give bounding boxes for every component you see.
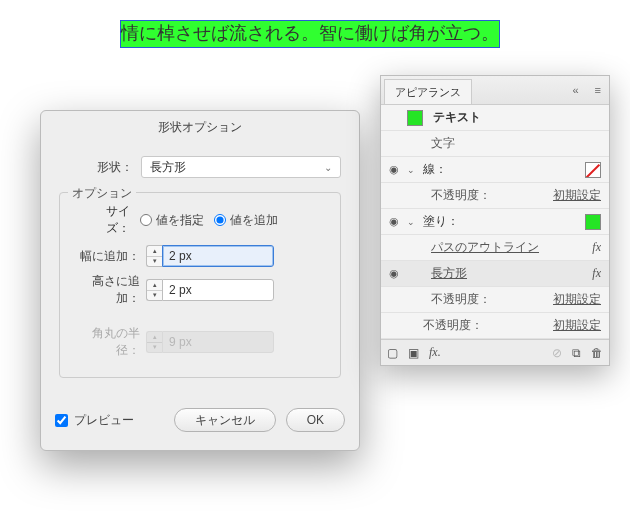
appearance-row-outline-path[interactable]: パスのアウトライン fx bbox=[381, 235, 609, 261]
opacity-label: 不透明度： bbox=[431, 292, 491, 306]
disclosure-icon[interactable]: ⌄ bbox=[407, 165, 421, 175]
chevron-down-icon: ▾ bbox=[147, 257, 162, 267]
fill-swatch-icon[interactable] bbox=[585, 214, 601, 230]
appearance-panel: アピアランス « ≡ テキスト 文字 ◉ ⌄ 線： 不透明度： 初期設定 bbox=[380, 75, 610, 366]
chevron-down-icon: ⌄ bbox=[324, 162, 332, 173]
clear-appearance-icon[interactable]: ⊘ bbox=[552, 346, 562, 360]
shape-select-value: 長方形 bbox=[150, 159, 186, 176]
chevron-up-icon: ▴ bbox=[147, 246, 162, 257]
appearance-row-object-opacity[interactable]: 不透明度： 初期設定 bbox=[381, 313, 609, 339]
add-stroke-icon[interactable]: ▢ bbox=[387, 346, 398, 360]
no-stroke-swatch-icon[interactable] bbox=[585, 162, 601, 178]
appearance-row-rectangle[interactable]: ◉ 長方形 fx bbox=[381, 261, 609, 287]
options-legend: オプション bbox=[68, 185, 136, 202]
height-add-label: 高さに追加： bbox=[72, 273, 146, 307]
width-add-input[interactable]: 2 px bbox=[162, 245, 274, 267]
opacity-value-link[interactable]: 初期設定 bbox=[553, 187, 601, 204]
selected-text-object[interactable]: 情に棹させば流される。智に働けば角が立つ。 bbox=[120, 20, 500, 48]
width-stepper[interactable]: ▴▾ bbox=[146, 245, 162, 267]
chevron-down-icon: ▾ bbox=[147, 291, 162, 301]
preview-checkbox-label: プレビュー bbox=[74, 412, 134, 429]
shape-label: 形状： bbox=[59, 159, 141, 176]
size-label: サイズ： bbox=[84, 203, 130, 237]
appearance-row-characters[interactable]: 文字 bbox=[381, 131, 609, 157]
appearance-stroke-label: 線： bbox=[421, 161, 545, 178]
size-radio-specify[interactable]: 値を指定 bbox=[140, 212, 204, 229]
appearance-target-label: テキスト bbox=[423, 109, 601, 126]
opacity-value-link[interactable]: 初期設定 bbox=[553, 317, 601, 334]
appearance-row-stroke-opacity[interactable]: 不透明度： 初期設定 bbox=[381, 183, 609, 209]
size-radio-specify-label: 値を指定 bbox=[156, 212, 204, 229]
visibility-icon[interactable]: ◉ bbox=[389, 215, 399, 228]
chevron-up-icon: ▴ bbox=[147, 332, 162, 343]
height-stepper[interactable]: ▴▾ bbox=[146, 279, 162, 301]
visibility-icon[interactable]: ◉ bbox=[389, 163, 399, 176]
size-radio-add[interactable]: 値を追加 bbox=[214, 212, 278, 229]
preview-checkbox[interactable]: プレビュー bbox=[55, 412, 164, 429]
options-fieldset: オプション サイズ： 値を指定 値を追加 幅に追加： ▴▾ 2 px bbox=[59, 192, 341, 378]
cancel-button[interactable]: キャンセル bbox=[174, 408, 276, 432]
appearance-row-stroke[interactable]: ◉ ⌄ 線： bbox=[381, 157, 609, 183]
appearance-row-target[interactable]: テキスト bbox=[381, 105, 609, 131]
chevron-up-icon: ▴ bbox=[147, 280, 162, 291]
width-add-label: 幅に追加： bbox=[72, 248, 146, 265]
add-effect-icon[interactable]: fx. bbox=[429, 345, 441, 360]
visibility-icon[interactable]: ◉ bbox=[389, 267, 399, 280]
fx-icon[interactable]: fx bbox=[586, 240, 601, 255]
duplicate-item-icon[interactable]: ⧉ bbox=[572, 346, 581, 360]
opacity-label: 不透明度： bbox=[423, 318, 483, 332]
panel-menu-icon[interactable]: ≡ bbox=[587, 84, 609, 96]
opacity-label: 不透明度： bbox=[431, 188, 491, 202]
appearance-outline-path-label: パスのアウトライン bbox=[429, 239, 586, 256]
disclosure-icon[interactable]: ⌄ bbox=[407, 217, 421, 227]
appearance-characters-label: 文字 bbox=[429, 135, 601, 152]
dialog-title: 形状オプション bbox=[41, 111, 359, 146]
corner-stepper: ▴▾ bbox=[146, 331, 162, 353]
fill-swatch-icon bbox=[407, 110, 423, 126]
shape-options-dialog: 形状オプション 形状： 長方形 ⌄ オプション サイズ： 値を指定 値を追加 bbox=[40, 110, 360, 451]
panel-collapse-icon[interactable]: « bbox=[564, 84, 586, 96]
size-radio-add-label: 値を追加 bbox=[230, 212, 278, 229]
corner-radius-input: 9 px bbox=[162, 331, 274, 353]
appearance-row-fill[interactable]: ◉ ⌄ 塗り： bbox=[381, 209, 609, 235]
shape-select[interactable]: 長方形 ⌄ bbox=[141, 156, 341, 178]
appearance-row-fill-opacity[interactable]: 不透明度： 初期設定 bbox=[381, 287, 609, 313]
corner-radius-label: 角丸の半径： bbox=[72, 325, 146, 359]
fx-icon[interactable]: fx bbox=[586, 266, 601, 281]
ok-button[interactable]: OK bbox=[286, 408, 345, 432]
add-fill-icon[interactable]: ▣ bbox=[408, 346, 419, 360]
appearance-rectangle-label: 長方形 bbox=[429, 265, 586, 282]
delete-item-icon[interactable]: 🗑 bbox=[591, 346, 603, 360]
chevron-down-icon: ▾ bbox=[147, 343, 162, 353]
appearance-fill-label: 塗り： bbox=[421, 213, 545, 230]
height-add-input[interactable]: 2 px bbox=[162, 279, 274, 301]
opacity-value-link[interactable]: 初期設定 bbox=[553, 291, 601, 308]
appearance-tab[interactable]: アピアランス bbox=[384, 79, 472, 104]
